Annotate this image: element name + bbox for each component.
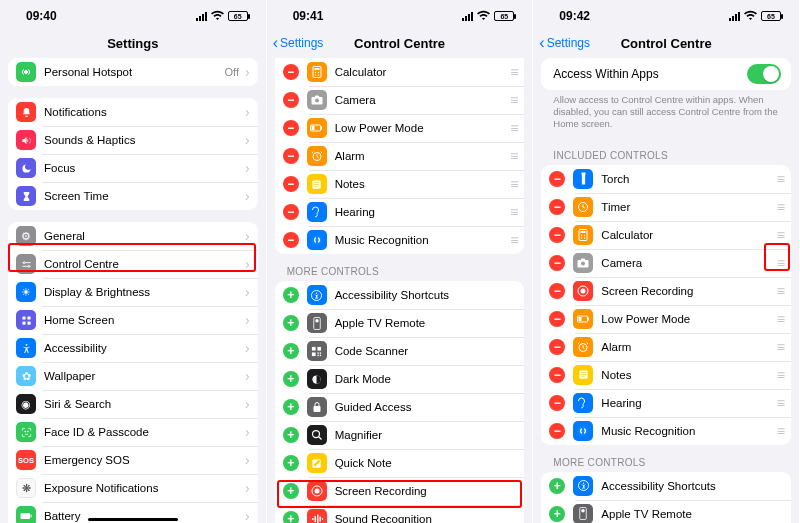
row-hearing[interactable]: − Hearing ≡ [275, 198, 525, 226]
svg-point-26 [316, 292, 317, 293]
drag-handle-icon[interactable]: ≡ [777, 339, 783, 355]
row-low-power[interactable]: − Low Power Mode ≡ [275, 114, 525, 142]
drag-handle-icon[interactable]: ≡ [510, 148, 516, 164]
drag-handle-icon[interactable]: ≡ [777, 283, 783, 299]
drag-handle-icon[interactable]: ≡ [777, 423, 783, 439]
row-screen-time[interactable]: Screen Time › [8, 182, 258, 210]
row-calculator[interactable]: − Calculator ≡ [541, 221, 791, 249]
row-face-id[interactable]: Face ID & Passcode › [8, 418, 258, 446]
remove-button[interactable]: − [549, 423, 565, 439]
row-magnifier[interactable]: + Magnifier [275, 421, 525, 449]
row-dark-mode[interactable]: + Dark Mode [275, 365, 525, 393]
remove-button[interactable]: − [549, 255, 565, 271]
remove-button[interactable]: − [549, 283, 565, 299]
add-button[interactable]: + [283, 511, 299, 523]
drag-handle-icon[interactable]: ≡ [510, 176, 516, 192]
add-button[interactable]: + [283, 483, 299, 499]
row-exposure-notifications[interactable]: ❋ Exposure Notifications › [8, 474, 258, 502]
add-button[interactable]: + [283, 315, 299, 331]
row-quick-note[interactable]: + Quick Note [275, 449, 525, 477]
drag-handle-icon[interactable]: ≡ [777, 227, 783, 243]
remove-button[interactable]: − [549, 199, 565, 215]
row-guided-access[interactable]: + Guided Access [275, 393, 525, 421]
add-button[interactable]: + [283, 343, 299, 359]
row-emergency-sos[interactable]: SOS Emergency SOS › [8, 446, 258, 474]
add-button[interactable]: + [549, 478, 565, 494]
control-centre-body[interactable]: Access Within Apps Allow access to Contr… [533, 58, 799, 523]
row-notes[interactable]: − Notes ≡ [541, 361, 791, 389]
remove-button[interactable]: − [283, 64, 299, 80]
row-music-recognition[interactable]: − Music Recognition ≡ [541, 417, 791, 445]
drag-handle-icon[interactable]: ≡ [510, 92, 516, 108]
row-wallpaper[interactable]: ✿ Wallpaper › [8, 362, 258, 390]
row-sound-recognition[interactable]: + Sound Recognition [275, 505, 525, 523]
row-timer[interactable]: − Timer ≡ [541, 193, 791, 221]
row-camera[interactable]: − Camera ≡ [541, 249, 791, 277]
row-alarm[interactable]: − Alarm ≡ [541, 333, 791, 361]
row-siri-search[interactable]: ◉ Siri & Search › [8, 390, 258, 418]
add-button[interactable]: + [283, 427, 299, 443]
row-focus[interactable]: Focus › [8, 154, 258, 182]
row-personal-hotspot[interactable]: Personal Hotspot Off › [8, 58, 258, 86]
remove-button[interactable]: − [549, 395, 565, 411]
settings-body[interactable]: Personal Hotspot Off › Notifications › [0, 58, 266, 523]
add-button[interactable]: + [283, 287, 299, 303]
row-music-recognition[interactable]: − Music Recognition ≡ [275, 226, 525, 254]
row-home-screen[interactable]: Home Screen › [8, 306, 258, 334]
chevron-icon: › [245, 368, 250, 384]
remove-button[interactable]: − [283, 92, 299, 108]
sos-icon: SOS [16, 450, 36, 470]
drag-handle-icon[interactable]: ≡ [777, 171, 783, 187]
drag-handle-icon[interactable]: ≡ [510, 204, 516, 220]
row-accessibility[interactable]: Accessibility › [8, 334, 258, 362]
drag-handle-icon[interactable]: ≡ [510, 232, 516, 248]
remove-button[interactable]: − [283, 176, 299, 192]
remove-button[interactable]: − [283, 120, 299, 136]
add-button[interactable]: + [283, 371, 299, 387]
control-centre-body[interactable]: − Calculator ≡ − Camera ≡ − Low Power Mo… [267, 58, 533, 523]
row-screen-recording[interactable]: + Screen Recording [275, 477, 525, 505]
row-notes[interactable]: − Notes ≡ [275, 170, 525, 198]
row-alarm[interactable]: − Alarm ≡ [275, 142, 525, 170]
row-screen-recording[interactable]: − Screen Recording ≡ [541, 277, 791, 305]
row-control-centre[interactable]: Control Centre › [8, 250, 258, 278]
row-apple-tv-remote[interactable]: + Apple TV Remote [275, 309, 525, 337]
remove-button[interactable]: − [549, 339, 565, 355]
svg-rect-33 [320, 352, 321, 353]
remove-button[interactable]: − [549, 367, 565, 383]
row-display-brightness[interactable]: ☀ Display & Brightness › [8, 278, 258, 306]
drag-handle-icon[interactable]: ≡ [510, 64, 516, 80]
drag-handle-icon[interactable]: ≡ [777, 367, 783, 383]
row-code-scanner[interactable]: + Code Scanner [275, 337, 525, 365]
back-button[interactable]: ‹ Settings [539, 35, 590, 51]
back-button[interactable]: ‹ Settings [273, 35, 324, 51]
row-torch[interactable]: − Torch ≡ [541, 165, 791, 193]
row-general[interactable]: ⚙ General › [8, 222, 258, 250]
row-accessibility-shortcuts[interactable]: + Accessibility Shortcuts [275, 281, 525, 309]
remove-button[interactable]: − [549, 171, 565, 187]
drag-handle-icon[interactable]: ≡ [777, 395, 783, 411]
drag-handle-icon[interactable]: ≡ [777, 255, 783, 271]
toggle-access[interactable] [747, 64, 781, 84]
remove-button[interactable]: − [283, 232, 299, 248]
row-low-power[interactable]: − Low Power Mode ≡ [541, 305, 791, 333]
row-calculator[interactable]: − Calculator ≡ [275, 58, 525, 86]
row-camera[interactable]: − Camera ≡ [275, 86, 525, 114]
row-sounds-haptics[interactable]: Sounds & Haptics › [8, 126, 258, 154]
row-accessibility-shortcuts[interactable]: + Accessibility Shortcuts [541, 472, 791, 500]
remove-button[interactable]: − [549, 311, 565, 327]
remove-button[interactable]: − [283, 148, 299, 164]
remove-button[interactable]: − [283, 204, 299, 220]
drag-handle-icon[interactable]: ≡ [777, 311, 783, 327]
row-access-within-apps[interactable]: Access Within Apps [541, 58, 791, 90]
add-button[interactable]: + [283, 399, 299, 415]
home-indicator[interactable] [88, 518, 178, 522]
row-apple-tv-remote[interactable]: + Apple TV Remote [541, 500, 791, 523]
add-button[interactable]: + [549, 506, 565, 522]
drag-handle-icon[interactable]: ≡ [510, 120, 516, 136]
row-hearing[interactable]: − Hearing ≡ [541, 389, 791, 417]
add-button[interactable]: + [283, 455, 299, 471]
row-notifications[interactable]: Notifications › [8, 98, 258, 126]
drag-handle-icon[interactable]: ≡ [777, 199, 783, 215]
remove-button[interactable]: − [549, 227, 565, 243]
